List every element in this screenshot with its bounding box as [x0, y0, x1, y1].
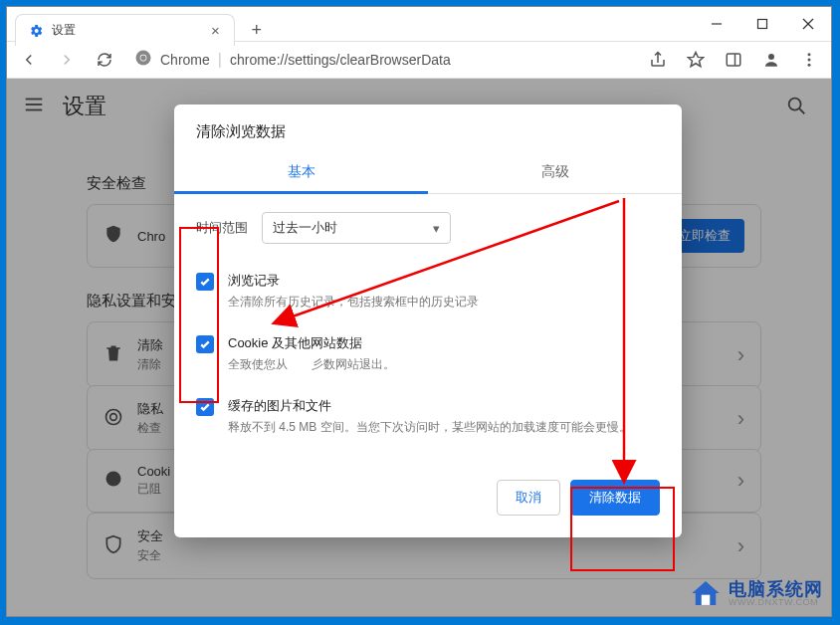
clear-data-button[interactable]: 清除数据 — [570, 480, 660, 516]
back-button[interactable] — [15, 46, 43, 74]
close-window-button[interactable] — [785, 7, 831, 41]
check-row-cookies[interactable]: Cookie 及其他网站数据 全致使您从 彡数网站退出。 — [196, 324, 660, 387]
watermark: 电脑系统网 WWW.DNXTW.COM — [689, 576, 823, 610]
svg-point-9 — [768, 54, 774, 60]
settings-page: 设置 安全检查 Chro 立即检查 隐私设置和安 清除清除 › 隐私检查 › C… — [7, 79, 831, 616]
svg-point-12 — [808, 64, 811, 67]
time-range-value: 过去一小时 — [273, 219, 337, 237]
svg-point-6 — [140, 55, 145, 60]
time-range-label: 时间范围 — [196, 219, 248, 237]
address-bar[interactable]: Chrome | chrome://settings/clearBrowserD… — [128, 45, 634, 75]
menu-kebab-icon[interactable] — [795, 46, 823, 74]
tab-advanced[interactable]: 高级 — [428, 151, 682, 193]
bookmark-star-icon[interactable] — [682, 46, 710, 74]
tab-basic[interactable]: 基本 — [174, 151, 428, 193]
cancel-button[interactable]: 取消 — [497, 480, 560, 516]
share-icon[interactable] — [644, 46, 672, 74]
chrome-logo-icon — [134, 49, 152, 71]
dialog-title: 清除浏览数据 — [174, 104, 682, 151]
clear-data-dialog: 清除浏览数据 基本 高级 时间范围 过去一小时 ▾ 浏览记录 全清 — [174, 104, 682, 537]
time-range-row: 时间范围 过去一小时 ▾ — [196, 212, 660, 244]
tab-title: 设置 — [52, 22, 201, 39]
svg-rect-7 — [727, 54, 740, 66]
time-range-select[interactable]: 过去一小时 ▾ — [262, 212, 451, 244]
gear-icon — [28, 23, 44, 39]
dialog-footer: 取消 清除数据 — [174, 462, 682, 537]
checkbox-checked-icon[interactable] — [196, 335, 214, 353]
checkbox-checked-icon[interactable] — [196, 398, 214, 416]
svg-point-11 — [808, 59, 811, 62]
new-tab-button[interactable]: + — [243, 16, 271, 44]
minimize-button[interactable] — [694, 7, 739, 41]
checkbox-checked-icon[interactable] — [196, 273, 214, 291]
forward-button[interactable] — [53, 46, 81, 74]
reload-button[interactable] — [91, 46, 118, 74]
dialog-tabs: 基本 高级 — [174, 151, 682, 194]
browser-tab[interactable]: 设置 × — [15, 14, 235, 46]
maximize-button[interactable] — [739, 7, 785, 41]
house-logo-icon — [689, 576, 723, 610]
tab-close-icon[interactable]: × — [209, 22, 222, 39]
svg-rect-1 — [758, 20, 767, 29]
svg-rect-23 — [702, 595, 711, 605]
tabstrip: 设置 × + — [15, 13, 271, 47]
address-url: chrome://settings/clearBrowserData — [230, 52, 451, 68]
caret-down-icon: ▾ — [433, 221, 440, 236]
side-panel-icon[interactable] — [720, 46, 747, 74]
check-row-history[interactable]: 浏览记录 全清除所有历史记录，包括搜索框中的历史记录 — [196, 262, 660, 324]
svg-point-10 — [808, 53, 811, 56]
check-row-cache[interactable]: 缓存的图片和文件 释放不到 4.5 MB 空间。当您下次访问时，某些网站的加载速… — [196, 387, 660, 450]
address-host: Chrome — [160, 52, 210, 68]
profile-icon[interactable] — [757, 46, 785, 74]
chrome-window: 设置 × + Chrome | chrome://settings/clearB… — [6, 6, 832, 617]
